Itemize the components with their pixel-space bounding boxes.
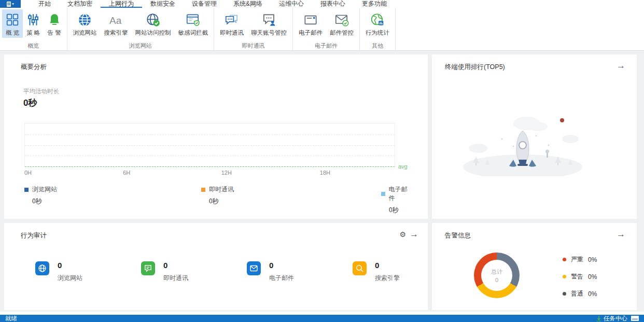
stat-value: 0 — [375, 261, 400, 269]
audit-stat-im: 0 即时通讯 — [141, 261, 188, 283]
legend-swatch — [24, 188, 29, 192]
chevron-down-icon: ▾ — [12, 2, 14, 6]
stat-value: 0 — [163, 261, 188, 269]
tab-device-management[interactable]: 设备管理 — [184, 0, 225, 8]
tab-data-security[interactable]: 数据安全 — [142, 0, 184, 8]
x-axis-ticks: 0H 6H 12H 18H — [24, 170, 395, 177]
task-center-button[interactable]: 任务中心 — [596, 315, 627, 322]
legend-pct: 0% — [588, 290, 597, 298]
ribbon-item-alert[interactable]: 告 警 — [44, 9, 64, 38]
globe-check-icon — [146, 11, 160, 28]
panel-title: 告警信息 — [445, 231, 471, 240]
ribbon-item-email-control[interactable]: 邮件管控 — [326, 9, 357, 38]
message-tray-icon[interactable] — [631, 316, 639, 321]
ribbon-group-caption: 电子邮件 — [295, 42, 357, 50]
mail-icon — [247, 261, 261, 275]
arrow-right-icon[interactable]: → — [617, 61, 625, 71]
ribbon-item-chat-account-control[interactable]: 聊天账号管控 — [247, 9, 290, 38]
ribbon-item-sensitive-word-block[interactable]: 敏感词拦截 — [175, 9, 212, 38]
legend-dot — [563, 258, 566, 261]
tab-report-center[interactable]: 报表中心 — [312, 0, 354, 8]
x-tick: 0H — [24, 170, 32, 176]
stat-value: 0 — [58, 261, 82, 269]
gridline — [25, 145, 395, 146]
ribbon-group-caption: 概览 — [2, 42, 65, 50]
aa-text-icon: Aa — [108, 11, 124, 28]
envelope-icon — [303, 11, 318, 28]
stat-label: 电子邮件 — [269, 274, 294, 283]
x-tick: 12H — [221, 170, 232, 176]
stat-label: 即时通讯 — [163, 274, 188, 283]
ribbon: 概 览 策 略 告 警 概览 — [0, 8, 644, 51]
arrow-right-icon[interactable]: → — [617, 229, 625, 240]
legend-label: 警告 — [571, 272, 583, 281]
chat-bubbles-icon — [225, 11, 239, 28]
tab-ops-center[interactable]: 运维中心 — [271, 0, 312, 8]
donut-center: 总计 0 — [481, 260, 512, 291]
legend-item-email[interactable]: 电子邮件 0秒 — [381, 185, 412, 215]
ribbon-item-label: 电子邮件 — [299, 29, 323, 37]
ribbon-item-policy[interactable]: 策 略 — [23, 9, 44, 38]
ribbon-item-website-access-control[interactable]: 网站访问控制 — [132, 9, 175, 38]
x-tick: 6H — [123, 170, 130, 176]
ribbon-group-im: 即时通讯 聊天账号管控 即时通讯 — [214, 8, 293, 50]
legend-swatch — [381, 192, 385, 196]
ribbon-group-caption: 浏览网站 — [69, 42, 212, 50]
avg-reference-line — [25, 166, 395, 167]
ribbon-item-label: 策 略 — [26, 29, 40, 37]
app-menu-document-icon — [7, 2, 11, 7]
browser-shield-icon — [186, 11, 200, 28]
alarm-legend-warning: 警告 0% — [563, 272, 597, 281]
bell-icon — [48, 11, 61, 28]
ribbon-item-label: 网站访问控制 — [135, 29, 171, 37]
ribbon-item-label: 敏感词拦截 — [178, 29, 208, 37]
tab-system-network[interactable]: 系统&网络 — [225, 0, 271, 8]
ribbon-item-overview[interactable]: 概 览 — [2, 9, 23, 38]
sliders-icon — [26, 11, 40, 28]
tab-start[interactable]: 开始 — [30, 0, 59, 8]
svg-text:Aa: Aa — [109, 15, 122, 25]
legend-dot — [563, 292, 566, 296]
ribbon-item-behavior-stats[interactable]: 行为统计 — [362, 9, 393, 38]
tab-doc-encryption[interactable]: 文档加密 — [59, 0, 101, 8]
tab-internet-behavior[interactable]: 上网行为 — [101, 0, 142, 8]
legend-value: 0秒 — [209, 197, 234, 206]
gridline — [25, 156, 395, 156]
ribbon-group-overview: 概 览 策 略 告 警 概览 — [0, 8, 67, 50]
app-menu-button[interactable]: ▾ — [0, 0, 21, 8]
envelope-check-icon — [334, 11, 349, 28]
globe-icon — [35, 261, 49, 275]
donut-center-label: 总计 — [491, 268, 502, 276]
chat-icon — [141, 261, 155, 275]
dashboard: 概要分析 平均活动时长 0秒 avg 0H 6H 12H 18H 浏览网站 0秒… — [0, 51, 644, 312]
ribbon-group-other: 行为统计 其他 — [360, 8, 396, 50]
gridline — [25, 134, 395, 135]
ribbon-item-label: 概 览 — [6, 29, 19, 37]
ribbon-item-email[interactable]: 电子邮件 — [295, 9, 326, 38]
ribbon-group-email: 电子邮件 邮件管控 电子邮件 — [293, 8, 360, 50]
globe-stats-icon — [370, 11, 385, 28]
legend-swatch — [201, 188, 205, 192]
ribbon-item-label: 告 警 — [47, 29, 61, 37]
tab-bar: ▾ 开始 文档加密 上网行为 数据安全 设备管理 系统&网络 运维中心 报表中心… — [0, 0, 644, 8]
ribbon-item-search-engine[interactable]: Aa 搜索引擎 — [101, 9, 132, 38]
ribbon-item-label: 搜索引擎 — [104, 29, 128, 37]
tab-more-features[interactable]: 更多功能 — [354, 0, 395, 8]
x-tick: 18H — [320, 170, 330, 176]
ribbon-item-instant-messaging[interactable]: 即时通讯 — [216, 9, 247, 38]
legend-item-browse[interactable]: 浏览网站 0秒 — [24, 185, 57, 206]
stat-value: 0 — [269, 261, 294, 269]
legend-value: 0秒 — [32, 197, 57, 206]
legend-item-im[interactable]: 即时通讯 0秒 — [201, 185, 234, 206]
ribbon-item-browse-websites[interactable]: 浏览网站 — [69, 9, 101, 38]
panel-title: 终端使用排行(TOP5) — [445, 63, 505, 72]
audit-stats: 0 浏览网站 0 即时通讯 0 电子邮件 — [4, 223, 428, 310]
ribbon-item-label: 即时通讯 — [220, 29, 244, 37]
avg-line-label: avg — [398, 163, 408, 170]
summary-panel: 概要分析 平均活动时长 0秒 avg 0H 6H 12H 18H 浏览网站 0秒… — [4, 54, 428, 219]
audit-stat-browse: 0 浏览网站 — [35, 261, 82, 283]
ribbon-group-caption: 即时通讯 — [216, 42, 290, 50]
terminal-rank-panel: 终端使用排行(TOP5) → — [432, 54, 637, 219]
ribbon-group-caption: 其他 — [362, 42, 393, 50]
ribbon-tabs: 开始 文档加密 上网行为 数据安全 设备管理 系统&网络 运维中心 报表中心 更… — [30, 0, 395, 8]
